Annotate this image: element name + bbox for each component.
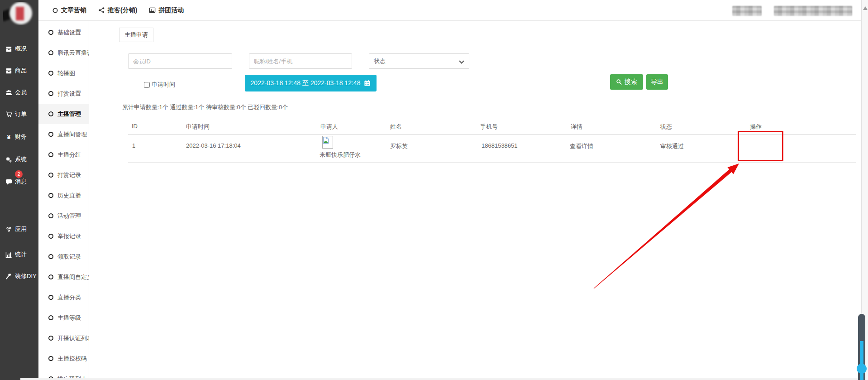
sidebar-item-statistics[interactable]: 统计 [0, 250, 38, 260]
ring-icon [48, 193, 53, 198]
submenu-item-carousel[interactable]: 轮播图 [38, 63, 89, 83]
sidebar-item-label: 概况 [15, 45, 27, 53]
sidebar-item-label: 订单 [15, 110, 27, 118]
search-button[interactable]: 搜索 [610, 74, 643, 90]
submenu-label: 直播间管理 [57, 130, 87, 139]
submenu-label: 活动管理 [57, 212, 81, 220]
keyword-input[interactable] [249, 53, 352, 69]
yen-icon: ¥ [5, 134, 12, 140]
sidebar-item-decorate-diy[interactable]: 装修DIY [0, 271, 38, 281]
submenu-label: 主播管理 [57, 110, 81, 118]
scroll-up-arrow-icon[interactable] [863, 6, 868, 10]
scroll-position-indicator[interactable] [858, 314, 865, 380]
submenu-label: 举报记录 [57, 232, 81, 241]
sidebar-item-orders[interactable]: 订单 [0, 109, 38, 119]
submenu-item-live-categories[interactable]: 直播分类 [38, 287, 89, 308]
submenu-item-report-records[interactable]: 举报记录 [38, 226, 89, 246]
gears-icon [5, 156, 12, 163]
export-button[interactable]: 导出 [646, 74, 668, 90]
submenu-item-anchor-dividend[interactable]: 主播分红 [38, 144, 89, 165]
apply-time-filter: 申请时间 [144, 81, 175, 89]
overview-box-icon [5, 46, 12, 53]
cell-status: 审核通过 [660, 142, 684, 150]
status-select[interactable]: 状态 [369, 53, 469, 69]
sidebar-item-overview[interactable]: 概况 [0, 44, 38, 54]
submenu-item-anchor-levels[interactable]: 主播等级 [38, 308, 89, 328]
sidebar-item-finance[interactable]: ¥ 财务 [0, 132, 38, 142]
submenu-item-liveroom-management[interactable]: 直播间管理 [38, 124, 89, 144]
ring-icon [48, 71, 53, 76]
chevron-down-icon [459, 58, 464, 63]
submenu-label: 打赏记录 [57, 171, 81, 179]
topnav-item-article-marketing[interactable]: 文章营销 [52, 6, 86, 14]
col-header-phone: 手机号 [480, 123, 498, 131]
product-box-icon [5, 67, 12, 74]
submenu-item-claim-records[interactable]: 领取记录 [38, 246, 89, 267]
secondary-sidebar: 基础设置 腾讯云直播设置 轮播图 打赏设置 主播管理 直播间管理 主播分红 打赏… [38, 21, 89, 380]
search-icon [616, 79, 622, 85]
users-icon [5, 89, 12, 96]
col-header-name: 姓名 [390, 123, 402, 131]
ring-icon [48, 173, 53, 178]
date-range-text: 2022-03-18 12:48 至 2022-03-18 12:48 [251, 79, 361, 87]
submenu-item-broadcast-cert-list[interactable]: 开播认证列表 [38, 328, 89, 348]
applicant-avatar-broken-image [322, 136, 333, 149]
sidebar-item-apps[interactable]: 应用 [0, 224, 38, 234]
sidebar-item-products[interactable]: 商品 [0, 66, 38, 76]
ring-icon [48, 274, 53, 279]
apps-cluster-icon [5, 226, 12, 233]
apply-time-checkbox[interactable] [144, 82, 150, 88]
circle-icon [52, 7, 58, 14]
ring-icon [48, 50, 53, 55]
broken-image-icon [323, 137, 329, 144]
submenu-label: 腾讯云直播设置 [57, 49, 89, 57]
topnav-label: 推客(分销) [108, 6, 137, 14]
submenu-item-anchor-management[interactable]: 主播管理 [38, 104, 89, 124]
image-icon [149, 7, 156, 14]
submenu-label: 轮播图 [57, 69, 75, 77]
user-info-blurred[interactable] [774, 6, 852, 16]
col-header-applicant: 申请人 [320, 123, 338, 131]
submenu-item-reward-settings[interactable]: 打赏设置 [38, 83, 89, 104]
sidebar-item-label: 消息 [15, 178, 27, 186]
ring-icon [48, 91, 53, 96]
ring-icon [48, 30, 53, 35]
share-icon [98, 7, 105, 14]
ring-icon [48, 234, 53, 239]
topnav-item-group-activity[interactable]: 拼团活动 [149, 6, 184, 14]
sidebar-item-members[interactable]: 会员 [0, 87, 38, 97]
user-avatar-blurred[interactable] [732, 6, 762, 16]
app-logo [3, 2, 35, 25]
topnav-label: 文章营销 [61, 6, 86, 14]
cell-phone: 18681538651 [482, 142, 518, 149]
cell-apply-time: 2022-03-16 17:18:04 [186, 142, 241, 149]
submenu-label: 打赏设置 [57, 90, 81, 98]
sidebar-item-label: 会员 [15, 88, 27, 96]
submenu-item-liveroom-custom[interactable]: 直播间自定义 [38, 267, 89, 287]
col-header-detail: 详情 [571, 123, 582, 131]
ring-icon [48, 336, 53, 341]
hammer-icon [5, 273, 12, 280]
cell-id: 1 [132, 142, 135, 149]
submenu-item-basic-settings[interactable]: 基础设置 [38, 22, 89, 43]
tab-anchor-apply[interactable]: 主播申请 [119, 28, 153, 42]
submenu-label: 直播分类 [57, 293, 81, 302]
member-id-input[interactable] [128, 53, 232, 69]
col-header-status: 状态 [660, 123, 672, 131]
view-detail-link[interactable]: 查看详情 [570, 142, 593, 150]
topnav-item-distribution[interactable]: 推客(分销) [98, 6, 137, 14]
horizontal-scrollbar[interactable] [20, 378, 861, 380]
submenu-item-anchor-auth-code[interactable]: 主播授权码 [38, 348, 89, 369]
scroll-indicator-fill [860, 341, 863, 380]
export-button-label: 导出 [651, 78, 663, 86]
date-range-button[interactable]: 2022-03-18 12:48 至 2022-03-18 12:48 [245, 75, 377, 91]
scroll-indicator-bulb [857, 364, 867, 374]
submenu-item-live-history[interactable]: 历史直播 [38, 185, 89, 206]
submenu-label: 主播分红 [57, 151, 81, 159]
submenu-item-reward-records[interactable]: 打赏记录 [38, 165, 89, 185]
submenu-item-tencent-live-settings[interactable]: 腾讯云直播设置 [38, 43, 89, 63]
submenu-item-activity-management[interactable]: 活动管理 [38, 206, 89, 226]
sidebar-item-messages[interactable]: 消息 2 [0, 177, 38, 187]
ring-icon [48, 295, 53, 300]
sidebar-item-system[interactable]: 系统 [0, 154, 38, 164]
